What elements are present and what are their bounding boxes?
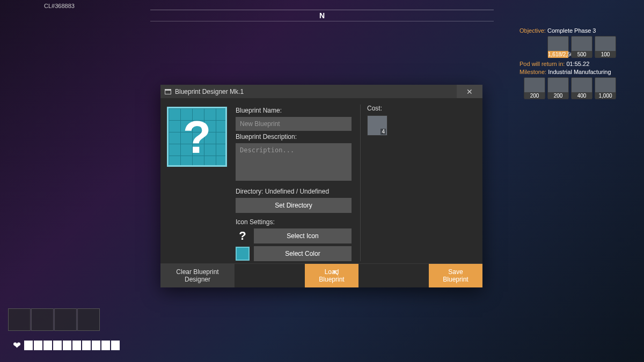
- health-segments: [24, 341, 120, 350]
- build-id: CL#368883: [44, 3, 75, 9]
- hud-item: 200: [524, 77, 545, 99]
- save-blueprint-button[interactable]: Save Blueprint: [429, 264, 482, 287]
- health-segment: [43, 341, 52, 350]
- hotbar-slot[interactable]: [31, 308, 54, 331]
- cost-item: 4: [367, 115, 387, 136]
- milestone-label: Milestone:: [519, 69, 546, 75]
- select-icon-button[interactable]: Select Icon: [254, 228, 352, 243]
- hotbar-slot[interactable]: [54, 308, 77, 331]
- objective-label: Objective:: [519, 27, 546, 34]
- hud-item-count: 1,000: [595, 92, 616, 99]
- hud-panel: Objective: Complete Phase 3 1,618/2,500 …: [519, 26, 616, 99]
- hud-item: 1,000: [595, 77, 616, 99]
- cost-item-count: 4: [380, 129, 386, 135]
- hotbar-slot[interactable]: [8, 308, 31, 331]
- blueprint-preview-icon: ?: [167, 107, 227, 167]
- question-icon: ?: [169, 108, 225, 165]
- cost-panel: Cost: 4: [360, 105, 476, 261]
- window-icon: [165, 89, 171, 94]
- hud-item-count: 200: [524, 92, 545, 99]
- hud-item: 500: [571, 36, 592, 57]
- milestone-line: Milestone: Industrial Manufacturing: [519, 69, 616, 75]
- modal-footer: Clear Blueprint Designer Load Blueprint …: [160, 263, 482, 287]
- hud-item-count: 200: [548, 92, 568, 99]
- icon-preview-question-icon: ?: [236, 229, 250, 243]
- name-label: Blueprint Name:: [236, 107, 352, 114]
- hotbar: [8, 308, 100, 331]
- milestone-items: 200 200 400 1,000: [519, 77, 616, 99]
- blueprint-designer-modal: Blueprint Designer Mk.1 ✕ ? Blueprint Na…: [160, 85, 482, 287]
- modal-title: Blueprint Designer Mk.1: [175, 88, 457, 95]
- clear-button[interactable]: Clear Blueprint Designer: [160, 264, 235, 287]
- objective-value: Complete Phase 3: [547, 27, 596, 34]
- directory-label: Directory: Undefined / Undefined: [236, 188, 352, 195]
- hud-item-count: 100: [595, 51, 616, 58]
- blueprint-name-input[interactable]: [236, 117, 352, 131]
- icon-settings-label: Icon Settings:: [236, 218, 352, 226]
- health-segment: [63, 341, 71, 350]
- select-color-button[interactable]: Select Color: [254, 246, 352, 261]
- close-icon: ✕: [466, 87, 473, 96]
- load-blueprint-button[interactable]: Load Blueprint: [305, 264, 358, 287]
- hud-item-count: 400: [572, 92, 592, 99]
- health-segment: [53, 341, 62, 350]
- hotbar-slot[interactable]: [77, 308, 100, 331]
- hud-item: 400: [571, 77, 592, 99]
- health-segment: [111, 341, 120, 350]
- objective-line: Objective: Complete Phase 3: [519, 27, 616, 34]
- health-segment: [92, 341, 100, 350]
- hud-item-count: 500: [572, 51, 592, 58]
- desc-label: Blueprint Description:: [236, 133, 352, 141]
- cost-label: Cost:: [367, 105, 476, 112]
- compass-bar: N: [150, 10, 494, 21]
- close-button[interactable]: ✕: [457, 85, 482, 98]
- pod-line: Pod will return in: 01:55.22: [519, 61, 616, 67]
- health-segment: [72, 341, 81, 350]
- hud-item: 1,618/2,500: [547, 36, 569, 57]
- blueprint-form: Blueprint Name: Blueprint Description: D…: [236, 105, 352, 261]
- modal-titlebar[interactable]: Blueprint Designer Mk.1 ✕: [160, 85, 482, 98]
- hud-item: 200: [547, 77, 569, 99]
- health-segment: [101, 341, 110, 350]
- compass-north: N: [319, 11, 325, 20]
- pod-value: 01:55.22: [566, 61, 589, 67]
- health-segment: [34, 341, 42, 350]
- color-swatch: [236, 247, 250, 261]
- hud-item-count: 1,618/2,500: [548, 51, 568, 58]
- health-segment: [24, 341, 33, 350]
- objective-items: 1,618/2,500 500 100: [519, 36, 616, 57]
- health-bar: ❤: [13, 339, 120, 351]
- health-segment: [82, 341, 91, 350]
- milestone-value: Industrial Manufacturing: [548, 69, 611, 75]
- blueprint-desc-input[interactable]: [236, 143, 352, 181]
- set-directory-button[interactable]: Set Directory: [236, 198, 352, 213]
- pod-label: Pod will return in:: [519, 61, 565, 67]
- heart-icon: ❤: [13, 339, 21, 351]
- hud-item: 100: [595, 36, 616, 57]
